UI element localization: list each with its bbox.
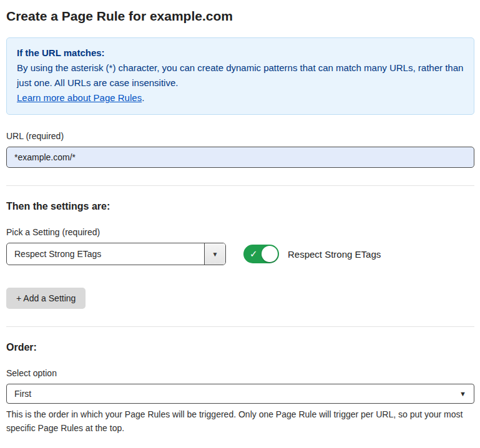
divider [6, 326, 474, 327]
add-setting-button[interactable]: + Add a Setting [6, 288, 86, 309]
url-label: URL (required) [6, 131, 474, 141]
toggle-knob [262, 246, 278, 262]
order-select-label: Select option [6, 368, 474, 378]
divider [6, 185, 474, 186]
setting-select[interactable]: Respect Strong ETags ▼ [6, 243, 226, 265]
url-match-info-box: If the URL matches: By using the asteris… [6, 37, 474, 115]
order-select[interactable]: First ▼ [6, 384, 474, 404]
link-period: . [142, 92, 144, 103]
order-section-heading: Order: [6, 342, 474, 353]
chevron-down-icon: ▼ [459, 390, 466, 397]
page-title: Create a Page Rule for example.com [6, 9, 474, 24]
setting-row: Respect Strong ETags ▼ ✓ Respect Strong … [6, 243, 474, 265]
respect-strong-etags-toggle[interactable]: ✓ [243, 245, 279, 263]
order-help-text: This is the order in which your Page Rul… [6, 408, 474, 435]
settings-section-heading: Then the settings are: [6, 201, 474, 212]
info-box-link-line: Learn more about Page Rules. [17, 90, 464, 105]
info-box-heading: If the URL matches: [17, 46, 464, 61]
create-page-rule-panel: Create a Page Rule for example.com If th… [0, 0, 480, 448]
order-select-value: First [14, 389, 31, 399]
pick-setting-label: Pick a Setting (required) [6, 227, 474, 237]
learn-more-link[interactable]: Learn more about Page Rules [17, 92, 142, 103]
setting-toggle-group: ✓ Respect Strong ETags [243, 245, 381, 263]
info-box-body: By using the asterisk (*) character, you… [17, 61, 464, 90]
chevron-down-icon[interactable]: ▼ [204, 243, 225, 265]
url-input[interactable] [6, 147, 474, 168]
toggle-label: Respect Strong ETags [288, 249, 381, 260]
check-icon: ✓ [250, 248, 258, 260]
setting-select-value: Respect Strong ETags [7, 243, 204, 265]
